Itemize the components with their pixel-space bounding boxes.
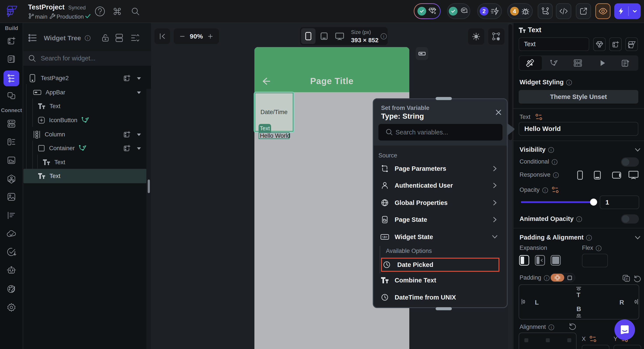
svg-text:C: C	[626, 277, 628, 281]
svg-text:2+: 2+	[384, 235, 387, 239]
